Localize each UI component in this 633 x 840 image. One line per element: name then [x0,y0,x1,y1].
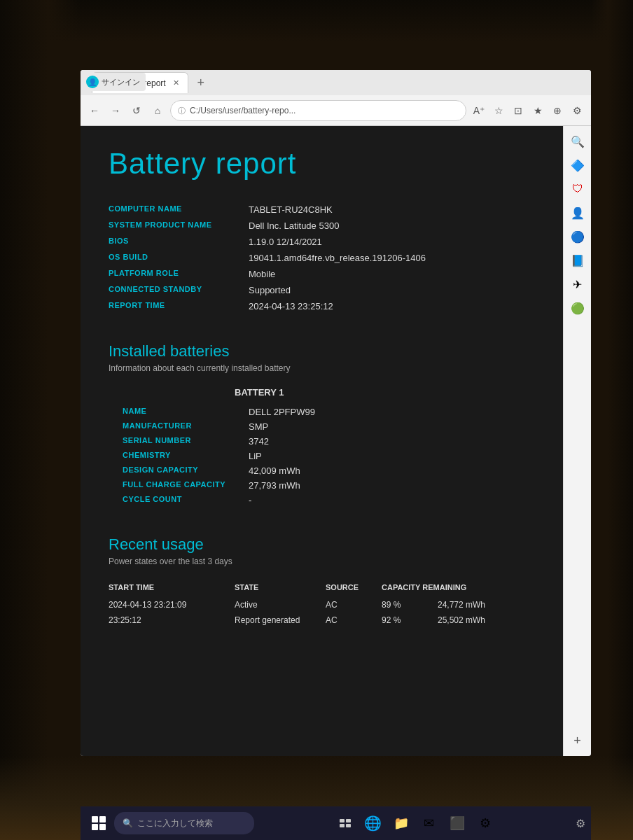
taskbar-office-button[interactable]: ⬛ [445,811,470,836]
battery-name-header: BATTERY 1 [235,387,549,398]
info-row-bios: BIOS 1.19.0 12/14/2021 [109,234,535,250]
bookmark-button[interactable]: ★ [529,102,546,119]
share-button[interactable]: ⊕ [549,102,566,119]
home-button[interactable]: ⌂ [149,102,166,119]
url-text: C:/Users/user/battery-repo... [190,106,295,115]
usage-col-capacity-remaining: CAPACITY REMAINING [382,583,563,592]
usage-col-start-time: START TIME [109,583,235,592]
taskbar-explorer-button[interactable]: 📁 [389,811,414,836]
svg-rect-3 [346,824,351,827]
sidebar-green-icon[interactable]: 🟢 [568,298,587,318]
sidebar-profile-icon[interactable]: 👤 [568,203,587,223]
battery-value-name: DELL 2PFPW99 [249,407,315,417]
label-platform-role: PLATFORM ROLE [109,269,235,279]
address-bar: ← → ↺ ⌂ ⓘ C:/Users/user/battery-repo... … [81,95,591,126]
system-tray-gear[interactable]: ⚙ [576,817,585,830]
taskbar: 🔍 ここに入力して検索 🌐 📁 ✉ ⬛ ⚙ ⚙ [81,806,591,840]
installed-batteries-subtitle: Information about each currently install… [109,363,535,373]
browser-chrome: 👤 サインイン Battery report ✕ + ← → ↺ ⌂ ⓘ C:/… [81,70,591,126]
folder-icon: 📁 [394,816,409,831]
usage-row1-capacity-mwh: 24,772 mWh [438,600,563,610]
screen-area: 👤 サインイン Battery report ✕ + ← → ↺ ⌂ ⓘ C:/… [81,70,591,756]
battery-row-cycle-count: CYCLE COUNT - [123,493,549,507]
page-content: Battery report COMPUTER NAME TABLET-RU24… [81,126,563,756]
sidebar-add-button[interactable]: + [568,731,587,750]
usage-col-state: STATE [235,583,326,592]
settings-gear-icon: ⚙ [480,816,491,831]
value-bios: 1.19.0 12/14/2021 [249,237,322,247]
info-row-os-build: OS BUILD 19041.1.amd64fre.vb_release.191… [109,250,535,266]
sidebar-search-icon[interactable]: 🔍 [568,132,587,151]
battery-value-cycle-count: - [249,495,251,505]
value-platform-role: Mobile [249,269,275,279]
usage-row1-source: AC [326,600,382,610]
multitasking-icon [338,816,352,830]
report-title: Battery report [109,147,535,181]
settings-button[interactable]: ⚙ [569,102,585,119]
info-row-computer-name: COMPUTER NAME TABLET-RU24C8HK [109,202,535,218]
tab-close-button[interactable]: ✕ [173,78,179,88]
read-mode-button[interactable]: A⁺ [471,102,487,119]
battery-value-chemistry: LiP [249,451,262,461]
new-tab-button[interactable]: + [191,73,211,92]
edge-icon: 🌐 [364,815,382,832]
label-os-build: OS BUILD [109,253,235,263]
taskbar-search[interactable]: 🔍 ここに入力して検索 [114,812,254,834]
forward-button[interactable]: → [107,102,124,119]
battery-label-serial: SERIAL NUMBER [123,436,235,447]
usage-row1-start-time: 2024-04-13 23:21:09 [109,600,235,610]
back-button[interactable]: ← [86,102,103,119]
sidebar-edge-icon[interactable]: 🔵 [568,227,587,246]
battery-label-full-charge: FULL CHARGE CAPACITY [123,480,235,491]
usage-row2-state: Report generated [235,615,326,625]
battery-row-full-charge: FULL CHARGE CAPACITY 27,793 mWh [123,478,549,493]
sidebar-telegram-icon[interactable]: ✈ [568,274,587,294]
browser-actions: A⁺ ☆ ⊡ ★ ⊕ ⚙ [471,102,585,119]
value-report-time: 2024-04-13 23:25:12 [249,301,333,312]
label-computer-name: COMPUTER NAME [109,204,235,215]
battery-value-full-charge: 27,793 mWh [249,480,300,491]
sidebar-copilot-icon[interactable]: 🔷 [568,155,587,175]
tab-bar: 👤 サインイン Battery report ✕ + [81,70,591,95]
taskbar-mail-button[interactable]: ✉ [417,811,442,836]
sidebar-shield-icon[interactable]: 🛡 [568,179,587,199]
refresh-button[interactable]: ↺ [128,102,145,119]
sidebar-outlook-icon[interactable]: 📘 [568,251,587,270]
favorites-button[interactable]: ☆ [490,102,507,119]
collections-button[interactable]: ⊡ [510,102,527,119]
recent-usage-subtitle: Power states over the last 3 days [109,556,535,566]
battery-row-design-capacity: DESIGN CAPACITY 42,009 mWh [123,463,549,478]
svg-rect-0 [340,819,345,822]
battery-value-design-capacity: 42,009 mWh [249,465,300,476]
usage-row1-capacity-pct: 89 % [382,600,438,610]
value-system-product: Dell Inc. Latitude 5300 [249,220,339,231]
battery-value-manufacturer: SMP [249,421,268,432]
taskbar-search-placeholder: ここに入力して検索 [137,818,213,830]
battery-row-chemistry: CHEMISTRY LiP [123,449,549,463]
info-row-report-time: REPORT TIME 2024-04-13 23:25:12 [109,298,535,314]
battery-row-manufacturer: MANUFACTURER SMP [123,419,549,434]
url-bar[interactable]: ⓘ C:/Users/user/battery-repo... [170,100,466,121]
taskbar-search-icon: 🔍 [123,818,133,828]
installed-batteries-title: Installed batteries [109,342,535,360]
taskbar-app-icons: 🌐 📁 ✉ ⬛ ⚙ [257,811,573,836]
system-info-table: COMPUTER NAME TABLET-RU24C8HK SYSTEM PRO… [109,202,535,314]
profile-icon: 👤 [86,76,99,88]
info-row-connected-standby: CONNECTED STANDBY Supported [109,282,535,298]
info-row-system-product: SYSTEM PRODUCT NAME Dell Inc. Latitude 5… [109,218,535,234]
taskbar-edge-button[interactable]: 🌐 [361,811,386,836]
signin-button[interactable]: 👤 サインイン [81,73,146,91]
usage-col-source: SOURCE [326,583,382,592]
battery-label-chemistry: CHEMISTRY [123,451,235,461]
signin-label: サインイン [102,77,140,88]
battery-label-manufacturer: MANUFACTURER [123,421,235,432]
label-system-product: SYSTEM PRODUCT NAME [109,220,235,231]
taskbar-settings-button[interactable]: ⚙ [473,811,498,836]
svg-rect-2 [340,824,345,827]
taskbar-multitasking-button[interactable] [333,811,358,836]
value-connected-standby: Supported [249,285,291,295]
label-connected-standby: CONNECTED STANDBY [109,285,235,295]
browser-sidebar: 🔍 🔷 🛡 👤 🔵 📘 ✈ 🟢 + [563,126,591,756]
usage-row-1: 2024-04-13 23:21:09 Active AC 89 % 24,77… [109,597,535,612]
start-button[interactable] [86,811,111,836]
